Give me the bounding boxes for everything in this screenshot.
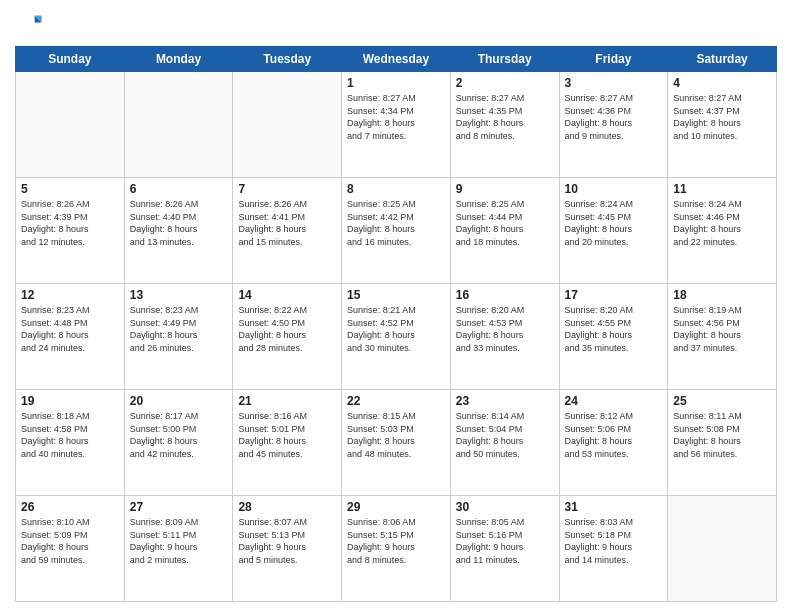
weekday-header-friday: Friday [559,47,668,72]
calendar-cell: 5Sunrise: 8:26 AM Sunset: 4:39 PM Daylig… [16,178,125,284]
weekday-header-row: SundayMondayTuesdayWednesdayThursdayFrid… [16,47,777,72]
day-number: 18 [673,288,771,302]
day-number: 11 [673,182,771,196]
day-info: Sunrise: 8:22 AM Sunset: 4:50 PM Dayligh… [238,304,336,354]
day-number: 4 [673,76,771,90]
day-number: 21 [238,394,336,408]
day-info: Sunrise: 8:25 AM Sunset: 4:44 PM Dayligh… [456,198,554,248]
calendar-cell [668,496,777,602]
logo-icon [15,10,43,38]
calendar-table: SundayMondayTuesdayWednesdayThursdayFrid… [15,46,777,602]
day-info: Sunrise: 8:19 AM Sunset: 4:56 PM Dayligh… [673,304,771,354]
calendar-cell: 3Sunrise: 8:27 AM Sunset: 4:36 PM Daylig… [559,72,668,178]
weekday-header-monday: Monday [124,47,233,72]
calendar-week-row: 1Sunrise: 8:27 AM Sunset: 4:34 PM Daylig… [16,72,777,178]
day-info: Sunrise: 8:27 AM Sunset: 4:37 PM Dayligh… [673,92,771,142]
calendar-cell: 21Sunrise: 8:16 AM Sunset: 5:01 PM Dayli… [233,390,342,496]
day-number: 8 [347,182,445,196]
calendar-cell: 30Sunrise: 8:05 AM Sunset: 5:16 PM Dayli… [450,496,559,602]
day-number: 9 [456,182,554,196]
day-number: 25 [673,394,771,408]
day-info: Sunrise: 8:16 AM Sunset: 5:01 PM Dayligh… [238,410,336,460]
day-info: Sunrise: 8:26 AM Sunset: 4:40 PM Dayligh… [130,198,228,248]
calendar-cell: 26Sunrise: 8:10 AM Sunset: 5:09 PM Dayli… [16,496,125,602]
calendar-cell: 10Sunrise: 8:24 AM Sunset: 4:45 PM Dayli… [559,178,668,284]
day-info: Sunrise: 8:20 AM Sunset: 4:55 PM Dayligh… [565,304,663,354]
calendar-week-row: 26Sunrise: 8:10 AM Sunset: 5:09 PM Dayli… [16,496,777,602]
calendar-cell: 29Sunrise: 8:06 AM Sunset: 5:15 PM Dayli… [342,496,451,602]
calendar-cell [124,72,233,178]
day-number: 24 [565,394,663,408]
day-info: Sunrise: 8:15 AM Sunset: 5:03 PM Dayligh… [347,410,445,460]
day-info: Sunrise: 8:23 AM Sunset: 4:48 PM Dayligh… [21,304,119,354]
calendar-cell: 18Sunrise: 8:19 AM Sunset: 4:56 PM Dayli… [668,284,777,390]
calendar-cell: 11Sunrise: 8:24 AM Sunset: 4:46 PM Dayli… [668,178,777,284]
calendar-cell: 16Sunrise: 8:20 AM Sunset: 4:53 PM Dayli… [450,284,559,390]
calendar-cell [233,72,342,178]
day-number: 15 [347,288,445,302]
day-info: Sunrise: 8:26 AM Sunset: 4:41 PM Dayligh… [238,198,336,248]
day-number: 26 [21,500,119,514]
day-info: Sunrise: 8:05 AM Sunset: 5:16 PM Dayligh… [456,516,554,566]
day-number: 29 [347,500,445,514]
calendar-week-row: 19Sunrise: 8:18 AM Sunset: 4:58 PM Dayli… [16,390,777,496]
calendar-cell: 20Sunrise: 8:17 AM Sunset: 5:00 PM Dayli… [124,390,233,496]
day-info: Sunrise: 8:27 AM Sunset: 4:34 PM Dayligh… [347,92,445,142]
calendar-cell: 2Sunrise: 8:27 AM Sunset: 4:35 PM Daylig… [450,72,559,178]
calendar-cell: 6Sunrise: 8:26 AM Sunset: 4:40 PM Daylig… [124,178,233,284]
day-info: Sunrise: 8:06 AM Sunset: 5:15 PM Dayligh… [347,516,445,566]
calendar-cell: 9Sunrise: 8:25 AM Sunset: 4:44 PM Daylig… [450,178,559,284]
day-number: 23 [456,394,554,408]
day-number: 6 [130,182,228,196]
day-info: Sunrise: 8:14 AM Sunset: 5:04 PM Dayligh… [456,410,554,460]
day-info: Sunrise: 8:25 AM Sunset: 4:42 PM Dayligh… [347,198,445,248]
logo [15,10,47,38]
day-number: 7 [238,182,336,196]
calendar-cell: 23Sunrise: 8:14 AM Sunset: 5:04 PM Dayli… [450,390,559,496]
day-info: Sunrise: 8:24 AM Sunset: 4:45 PM Dayligh… [565,198,663,248]
day-number: 3 [565,76,663,90]
day-info: Sunrise: 8:17 AM Sunset: 5:00 PM Dayligh… [130,410,228,460]
calendar-cell: 28Sunrise: 8:07 AM Sunset: 5:13 PM Dayli… [233,496,342,602]
calendar-week-row: 12Sunrise: 8:23 AM Sunset: 4:48 PM Dayli… [16,284,777,390]
calendar-cell: 24Sunrise: 8:12 AM Sunset: 5:06 PM Dayli… [559,390,668,496]
day-number: 2 [456,76,554,90]
day-number: 31 [565,500,663,514]
calendar-cell: 1Sunrise: 8:27 AM Sunset: 4:34 PM Daylig… [342,72,451,178]
day-info: Sunrise: 8:03 AM Sunset: 5:18 PM Dayligh… [565,516,663,566]
calendar-cell: 17Sunrise: 8:20 AM Sunset: 4:55 PM Dayli… [559,284,668,390]
calendar-cell: 27Sunrise: 8:09 AM Sunset: 5:11 PM Dayli… [124,496,233,602]
day-number: 27 [130,500,228,514]
calendar-cell: 4Sunrise: 8:27 AM Sunset: 4:37 PM Daylig… [668,72,777,178]
day-number: 16 [456,288,554,302]
day-info: Sunrise: 8:26 AM Sunset: 4:39 PM Dayligh… [21,198,119,248]
calendar-cell: 15Sunrise: 8:21 AM Sunset: 4:52 PM Dayli… [342,284,451,390]
weekday-header-saturday: Saturday [668,47,777,72]
day-number: 14 [238,288,336,302]
day-number: 17 [565,288,663,302]
calendar-cell: 7Sunrise: 8:26 AM Sunset: 4:41 PM Daylig… [233,178,342,284]
day-info: Sunrise: 8:27 AM Sunset: 4:36 PM Dayligh… [565,92,663,142]
day-info: Sunrise: 8:12 AM Sunset: 5:06 PM Dayligh… [565,410,663,460]
day-number: 22 [347,394,445,408]
day-number: 20 [130,394,228,408]
day-number: 19 [21,394,119,408]
day-info: Sunrise: 8:27 AM Sunset: 4:35 PM Dayligh… [456,92,554,142]
calendar-cell: 25Sunrise: 8:11 AM Sunset: 5:08 PM Dayli… [668,390,777,496]
calendar-cell: 13Sunrise: 8:23 AM Sunset: 4:49 PM Dayli… [124,284,233,390]
calendar-cell: 31Sunrise: 8:03 AM Sunset: 5:18 PM Dayli… [559,496,668,602]
weekday-header-tuesday: Tuesday [233,47,342,72]
day-number: 30 [456,500,554,514]
calendar-cell: 8Sunrise: 8:25 AM Sunset: 4:42 PM Daylig… [342,178,451,284]
day-number: 1 [347,76,445,90]
day-number: 28 [238,500,336,514]
weekday-header-wednesday: Wednesday [342,47,451,72]
day-number: 12 [21,288,119,302]
calendar-week-row: 5Sunrise: 8:26 AM Sunset: 4:39 PM Daylig… [16,178,777,284]
calendar-cell: 12Sunrise: 8:23 AM Sunset: 4:48 PM Dayli… [16,284,125,390]
day-info: Sunrise: 8:24 AM Sunset: 4:46 PM Dayligh… [673,198,771,248]
day-info: Sunrise: 8:21 AM Sunset: 4:52 PM Dayligh… [347,304,445,354]
calendar-cell: 14Sunrise: 8:22 AM Sunset: 4:50 PM Dayli… [233,284,342,390]
weekday-header-sunday: Sunday [16,47,125,72]
day-number: 10 [565,182,663,196]
